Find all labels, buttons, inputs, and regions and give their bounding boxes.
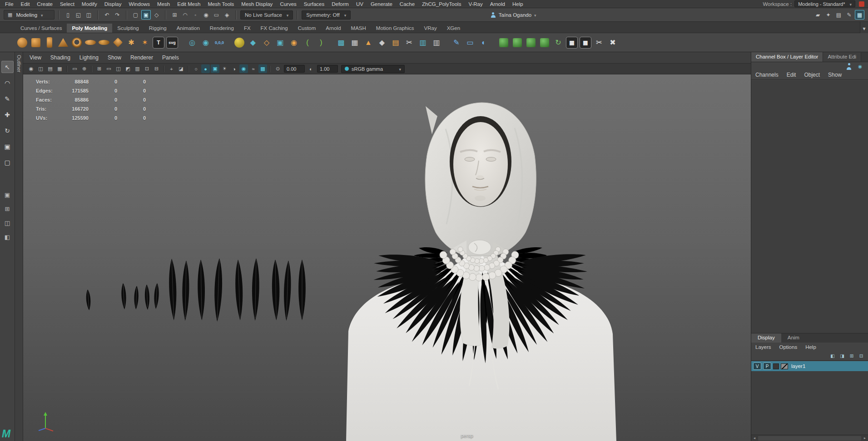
bracket-close-icon[interactable]: ) bbox=[314, 35, 328, 50]
sculpt-tool-icon[interactable]: ✶ bbox=[138, 35, 152, 50]
poly-platonic-icon[interactable] bbox=[111, 35, 124, 50]
modeling-toolkit-icon[interactable]: ▰ bbox=[813, 10, 823, 20]
gamma-field[interactable]: 1.00 bbox=[317, 65, 338, 73]
lasso-tool[interactable]: ◠ bbox=[1, 77, 14, 89]
snap-to-curve-icon[interactable]: ◠ bbox=[180, 10, 190, 20]
viewport-canvas[interactable]: Verts:8884800Edges:17158500Faces:8588600… bbox=[23, 74, 751, 441]
undo-icon[interactable]: ↶ bbox=[102, 10, 112, 20]
menu-item[interactable]: Mesh Display bbox=[238, 1, 276, 7]
poly-gear-icon[interactable]: ✱ bbox=[124, 35, 138, 50]
motion-blur-icon[interactable]: ≈ bbox=[249, 64, 258, 73]
shelf-tab[interactable]: Rendering bbox=[205, 24, 239, 33]
menu-item[interactable]: Help bbox=[509, 1, 526, 7]
channel-box-icon[interactable]: ▦ bbox=[855, 10, 864, 20]
separate-icon[interactable]: ◇ bbox=[260, 35, 273, 50]
channel-box-menu-item[interactable]: Show bbox=[824, 71, 846, 79]
3d-scene[interactable] bbox=[23, 74, 751, 441]
shelf-tab[interactable]: Arnold bbox=[321, 24, 346, 33]
shelf-tab[interactable]: Curves / Surfaces bbox=[15, 24, 67, 33]
channel-box-menu-item[interactable]: Channels bbox=[751, 71, 783, 79]
layout-outliner-pane[interactable]: ◧ bbox=[1, 231, 14, 243]
select-by-hierarchy-icon[interactable]: ▢ bbox=[131, 10, 140, 20]
menu-item[interactable]: Cache bbox=[397, 1, 418, 7]
character-object[interactable] bbox=[346, 103, 616, 441]
shelf-tab[interactable]: FX Caching bbox=[256, 24, 293, 33]
shelf-tab[interactable]: MASH bbox=[346, 24, 371, 33]
layer-display-type-box[interactable] bbox=[773, 363, 779, 369]
panel-menu-item[interactable]: Lighting bbox=[75, 53, 103, 62]
field-chart-icon[interactable]: ▥ bbox=[133, 64, 142, 73]
layer-visible-toggle[interactable]: V bbox=[753, 363, 761, 370]
gate-mask-icon[interactable]: ◩ bbox=[124, 64, 132, 73]
menu-item[interactable]: UV bbox=[353, 1, 367, 7]
bridge-icon[interactable]: ▤ bbox=[389, 35, 402, 50]
poly-disc-icon[interactable] bbox=[97, 35, 111, 50]
paint-select-tool[interactable]: ✎ bbox=[1, 93, 14, 105]
panel-menu-item[interactable]: Show bbox=[103, 53, 126, 62]
occlusion-icon[interactable]: ◉ bbox=[239, 64, 248, 73]
lights-icon[interactable]: ☀ bbox=[220, 64, 229, 73]
save-scene-icon[interactable]: ◫ bbox=[84, 10, 94, 20]
menu-item[interactable]: Edit bbox=[18, 1, 33, 7]
frame-all-icon[interactable]: + bbox=[167, 64, 176, 73]
select-by-component-icon[interactable]: ◇ bbox=[152, 10, 161, 20]
menu-item[interactable]: Curves bbox=[277, 1, 299, 7]
menu-item[interactable]: Display bbox=[101, 1, 125, 7]
layer-editor-tab[interactable]: Anim bbox=[781, 333, 806, 343]
add-layer-from-selected-icon[interactable]: ⊟ bbox=[858, 353, 865, 360]
panel-menu-item[interactable]: Panels bbox=[158, 53, 184, 62]
checker-off-icon[interactable]: ▩ bbox=[580, 37, 591, 49]
conform-icon[interactable]: ↻ bbox=[551, 35, 565, 50]
tab-attribute-editor[interactable]: Attribute Edi bbox=[823, 52, 861, 62]
exposure-icon[interactable]: ⊙ bbox=[273, 64, 282, 73]
move-tool[interactable]: ✚ bbox=[1, 108, 14, 121]
menu-item[interactable]: Mesh bbox=[154, 1, 173, 7]
poly-sphere-icon[interactable] bbox=[15, 35, 29, 50]
snap-to-projected-center-icon[interactable]: ◉ bbox=[201, 10, 211, 20]
layer-editor-menu-item[interactable]: Options bbox=[775, 343, 802, 351]
workspace-selector[interactable]: Modeling - Standard* bbox=[794, 0, 855, 7]
bevel-icon[interactable]: ◆ bbox=[375, 35, 389, 50]
scroll-right-icon[interactable]: ► bbox=[862, 436, 868, 440]
snap-to-point-icon[interactable]: ◦ bbox=[191, 10, 200, 20]
menu-item[interactable]: File bbox=[2, 1, 17, 7]
shaded-icon[interactable]: ● bbox=[201, 64, 210, 73]
menu-item[interactable]: Deform bbox=[328, 1, 352, 7]
scroll-track[interactable] bbox=[758, 436, 861, 441]
panel-menu-item[interactable]: Shading bbox=[46, 53, 75, 62]
insert-edge-loop-icon[interactable]: ▥ bbox=[416, 35, 430, 50]
shelf-tab[interactable]: FX bbox=[239, 24, 256, 33]
scale-tool[interactable]: ▣ bbox=[1, 140, 14, 152]
boolean-icon[interactable]: ◉ bbox=[287, 35, 301, 50]
combine-icon[interactable]: ◆ bbox=[246, 35, 260, 50]
svg-tool-icon[interactable]: svg bbox=[166, 37, 178, 49]
pan-zoom-icon[interactable]: ⊕ bbox=[80, 64, 89, 73]
poly-cylinder-icon[interactable] bbox=[43, 35, 56, 50]
poly-torus-icon[interactable] bbox=[70, 35, 84, 50]
menu-item[interactable]: Windows bbox=[125, 1, 153, 7]
colorspace-select[interactable]: sRGB gamma bbox=[341, 65, 405, 73]
snap-to-grid-icon[interactable]: ⊞ bbox=[170, 10, 179, 20]
textured-icon[interactable]: ▣ bbox=[211, 64, 219, 73]
layer-row[interactable]: VPlayer1 bbox=[751, 361, 868, 371]
isolate-select-icon[interactable]: ◪ bbox=[177, 64, 185, 73]
menu-item[interactable]: Generate bbox=[367, 1, 396, 7]
symmetry-field[interactable]: Symmetry: Off bbox=[302, 10, 351, 20]
grid-icon[interactable]: ⊞ bbox=[95, 64, 104, 73]
layer-editor-menu-item[interactable]: Layers bbox=[751, 343, 775, 351]
make-live-icon[interactable]: ◈ bbox=[222, 10, 232, 20]
panel-menu-item[interactable]: View bbox=[25, 53, 46, 62]
layer-color-swatch[interactable] bbox=[781, 363, 788, 369]
mirror-icon[interactable] bbox=[497, 35, 511, 50]
menu-item[interactable]: ZhCG_PolyTools bbox=[419, 1, 464, 7]
bookmarks-icon[interactable]: ▦ bbox=[55, 64, 64, 73]
open-scene-icon[interactable]: ◱ bbox=[74, 10, 83, 20]
layout-two-pane[interactable]: ◫ bbox=[1, 217, 14, 229]
display-toggle-icon[interactable]: ◉ bbox=[857, 63, 863, 70]
resolution-gate-icon[interactable]: ◫ bbox=[114, 64, 123, 73]
live-surface-field[interactable]: No Live Surface bbox=[240, 10, 293, 20]
outliner-panel-collapsed[interactable]: Outliner bbox=[15, 52, 23, 441]
construction-plane-icon[interactable]: ◎ bbox=[185, 35, 199, 50]
shelf-tab[interactable]: XGen bbox=[442, 24, 465, 33]
channel-box-menu-item[interactable]: Edit bbox=[783, 71, 800, 79]
